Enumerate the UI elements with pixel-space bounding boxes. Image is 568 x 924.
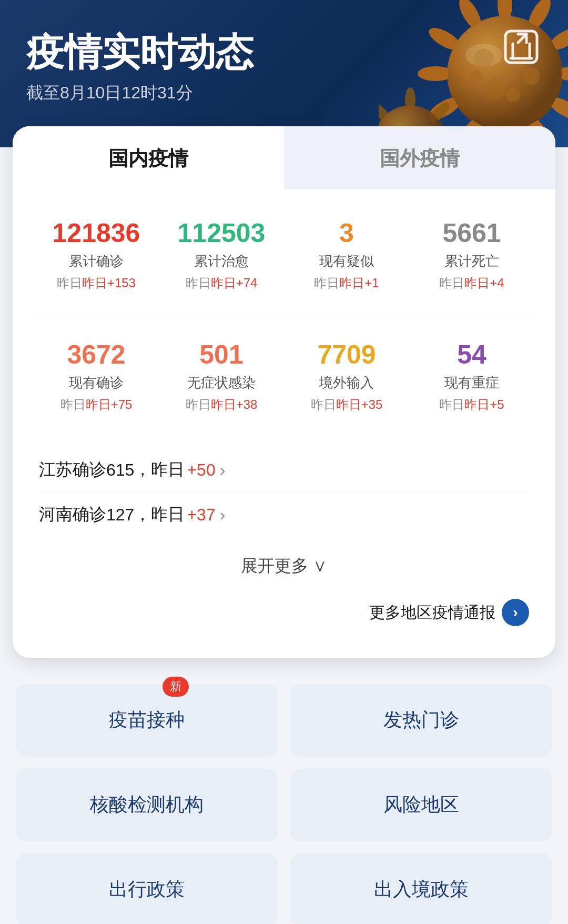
page-title: 疫情实时动态 bbox=[26, 32, 542, 73]
stat-delta-confirmed: 昨日昨日+153 bbox=[38, 275, 155, 292]
stat-delta-asymptomatic: 昨日昨日+38 bbox=[163, 396, 280, 413]
stat-number-recovered: 112503 bbox=[163, 219, 280, 248]
main-card: 国内疫情 国外疫情 121836 累计确诊 昨日昨日+153 112503 累计… bbox=[13, 126, 555, 658]
stat-number-imported: 7709 bbox=[288, 340, 405, 369]
quick-btn-nucleic[interactable]: 核酸检测机构 bbox=[16, 769, 278, 841]
stat-imported: 7709 境外输入 昨日昨日+35 bbox=[284, 332, 409, 421]
page-subtitle: 截至8月10日12时31分 bbox=[26, 82, 542, 105]
stat-delta-imported: 昨日昨日+35 bbox=[288, 396, 405, 413]
quick-btn-risk[interactable]: 风险地区 bbox=[290, 769, 552, 841]
virus-decoration bbox=[379, 0, 568, 147]
stat-suspected: 3 现有疑似 昨日昨日+1 bbox=[284, 210, 409, 300]
more-regions-button[interactable]: 更多地区疫情通报 › bbox=[369, 599, 529, 626]
stat-label-asymptomatic: 无症状感染 bbox=[163, 374, 280, 392]
stat-label-imported: 境外输入 bbox=[288, 374, 405, 392]
stat-recovered-total: 112503 累计治愈 昨日昨日+74 bbox=[159, 210, 284, 300]
header-section: 疫情实时动态 截至8月10日12时31分 bbox=[0, 0, 568, 147]
stat-delta-current: 昨日昨日+75 bbox=[38, 396, 155, 413]
stat-label-current: 现有确诊 bbox=[38, 374, 155, 392]
new-badge-vaccine: 新 bbox=[163, 677, 189, 697]
stat-current-confirmed: 3672 现有确诊 昨日昨日+75 bbox=[34, 332, 159, 421]
stat-number-current: 3672 bbox=[38, 340, 155, 369]
stat-number-deaths: 5661 bbox=[413, 219, 530, 248]
stat-severe: 54 现有重症 昨日昨日+5 bbox=[409, 332, 534, 421]
stat-label-recovered: 累计治愈 bbox=[163, 252, 280, 270]
region-list: 江苏确诊 615 ，昨日 +50 › 河南确诊 127 ，昨日 +37 › bbox=[13, 432, 555, 542]
stat-number-suspected: 3 bbox=[288, 219, 405, 248]
region-item-jiangsu[interactable]: 江苏确诊 615 ，昨日 +50 › bbox=[39, 448, 529, 493]
stat-deaths-total: 5661 累计死亡 昨日昨日+4 bbox=[409, 210, 534, 300]
stat-number-asymptomatic: 501 bbox=[163, 340, 280, 369]
expand-button[interactable]: 展开更多 ∨ bbox=[13, 542, 555, 594]
tab-overseas[interactable]: 国外疫情 bbox=[284, 126, 555, 189]
quick-btn-border[interactable]: 出入境政策 bbox=[290, 853, 552, 924]
stat-number-severe: 54 bbox=[413, 340, 530, 369]
stat-delta-recovered: 昨日昨日+74 bbox=[163, 275, 280, 292]
stat-label-suspected: 现有疑似 bbox=[288, 252, 405, 270]
stat-label-deaths: 累计死亡 bbox=[413, 252, 530, 270]
quick-btn-fever[interactable]: 发热门诊 bbox=[290, 684, 552, 756]
stats-row1: 121836 累计确诊 昨日昨日+153 112503 累计治愈 昨日昨日+74… bbox=[13, 189, 555, 310]
more-btn-row: 更多地区疫情通报 › bbox=[13, 594, 555, 642]
quick-btn-vaccine[interactable]: 新 疫苗接种 bbox=[16, 684, 278, 756]
stat-label-confirmed: 累计确诊 bbox=[38, 252, 155, 270]
quick-btn-travel[interactable]: 出行政策 bbox=[16, 853, 278, 924]
more-btn-arrow: › bbox=[502, 599, 529, 626]
stat-asymptomatic: 501 无症状感染 昨日昨日+38 bbox=[159, 332, 284, 421]
stats-divider bbox=[34, 316, 534, 316]
stat-delta-severe: 昨日昨日+5 bbox=[413, 396, 530, 413]
tabs-row: 国内疫情 国外疫情 bbox=[13, 126, 555, 189]
tab-domestic[interactable]: 国内疫情 bbox=[13, 126, 284, 189]
stat-confirmed-total: 121836 累计确诊 昨日昨日+153 bbox=[34, 210, 159, 300]
quick-access: 新 疫苗接种 发热门诊 核酸检测机构 风险地区 出行政策 出入境政策 bbox=[0, 658, 568, 924]
stat-delta-deaths: 昨日昨日+4 bbox=[413, 275, 530, 292]
stat-delta-suspected: 昨日昨日+1 bbox=[288, 275, 405, 292]
stats-row2: 3672 现有确诊 昨日昨日+75 501 无症状感染 昨日昨日+38 7709… bbox=[13, 322, 555, 432]
stat-label-severe: 现有重症 bbox=[413, 374, 530, 392]
region-item-henan[interactable]: 河南确诊 127 ，昨日 +37 › bbox=[39, 493, 529, 537]
stat-number-confirmed: 121836 bbox=[38, 219, 155, 248]
